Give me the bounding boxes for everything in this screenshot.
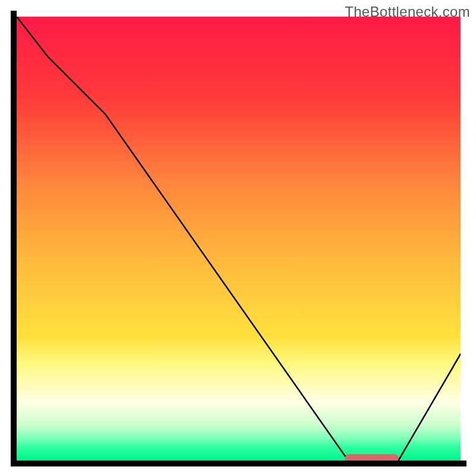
x-axis-line	[11, 461, 466, 466]
chart-overlay	[17, 17, 461, 461]
chart-plot-area	[17, 17, 461, 461]
bottleneck-curve	[17, 17, 461, 461]
optimum-marker	[345, 455, 399, 461]
y-axis-line	[11, 11, 17, 466]
